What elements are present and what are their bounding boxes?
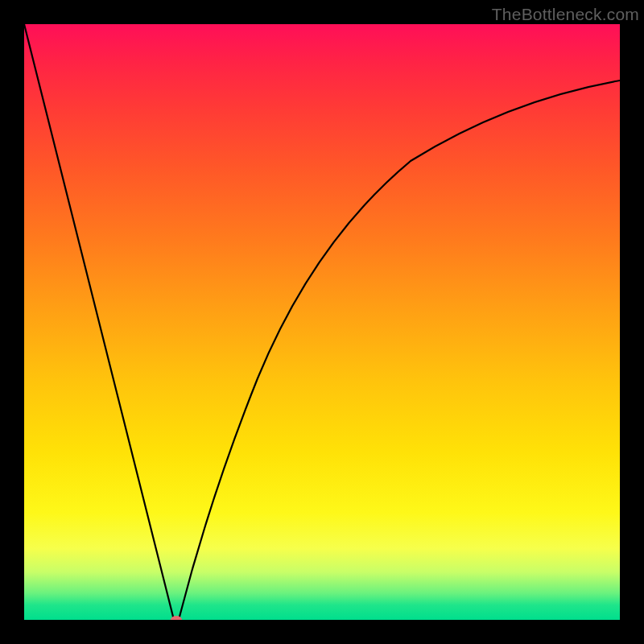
chart-frame: TheBottleneck.com (0, 0, 644, 644)
watermark-label: TheBottleneck.com (492, 5, 639, 24)
curve-path (24, 24, 620, 620)
bottleneck-curve (24, 24, 620, 620)
plot-area (24, 24, 620, 620)
